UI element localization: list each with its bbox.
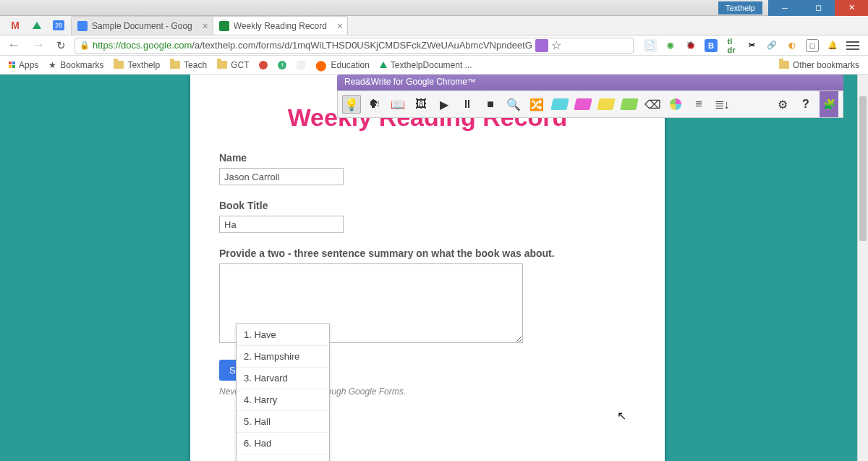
highlight-yellow-icon[interactable] xyxy=(597,95,616,114)
lock-icon: 🔒 xyxy=(80,41,90,50)
folder-icon xyxy=(114,61,124,69)
collect-highlights-icon[interactable] xyxy=(666,95,685,114)
clear-highlights-icon[interactable]: ⌫ xyxy=(643,95,662,114)
extension-icon[interactable]: 🔗 xyxy=(765,39,778,52)
readwrite-url-icon xyxy=(535,39,548,52)
window-title-bar: Texthelp ─ ◻ ✕ xyxy=(0,0,868,16)
name-input[interactable] xyxy=(219,168,344,185)
bookmark-icon: t xyxy=(278,61,286,69)
docs-icon xyxy=(77,21,88,31)
window-maximize-button[interactable]: ◻ xyxy=(801,0,835,16)
prediction-item[interactable]: 4. Harry xyxy=(237,389,329,411)
name-label: Name xyxy=(219,152,636,164)
education-bookmark[interactable]: ⬤Education xyxy=(315,59,369,71)
pause-icon[interactable]: ⏸ xyxy=(458,95,477,114)
play-icon[interactable]: ▶ xyxy=(435,95,454,114)
vertical-scrollbar[interactable] xyxy=(857,75,868,461)
extension-icon[interactable]: ◐ xyxy=(786,39,799,52)
reload-button[interactable]: ↻ xyxy=(54,39,69,52)
prediction-item[interactable]: 7. Half xyxy=(237,454,329,461)
bookmarks-folder[interactable]: ★ Bookmarks xyxy=(48,60,103,70)
readwrite-toolbar: Read&Write for Google Chrome™ 💡 🗣 📖 🖼 ▶ … xyxy=(337,75,843,118)
dictionary-icon[interactable]: 📖 xyxy=(388,95,407,114)
gmail-pinned-tab[interactable]: M xyxy=(6,16,25,35)
calendar-pinned-tab[interactable]: 28 xyxy=(49,16,68,35)
bookmark-star-icon[interactable]: ☆ xyxy=(551,38,561,52)
readwrite-handle-icon[interactable]: 🧩 xyxy=(820,91,838,117)
extensions-row: 📄 ◉ 🐞 B tldr ✂ 🔗 ◐ □ 🔔 xyxy=(639,39,864,52)
picture-dictionary-icon[interactable]: 🖼 xyxy=(412,95,430,114)
book-title-input[interactable] xyxy=(219,216,344,233)
bookmark-icon xyxy=(297,61,305,69)
other-bookmarks-folder[interactable]: Other bookmarks xyxy=(779,60,859,70)
scroll-thumb[interactable] xyxy=(859,96,867,241)
extension-icon[interactable]: B xyxy=(705,39,718,52)
extension-icon[interactable]: ✂ xyxy=(745,39,758,52)
app-label: Texthelp xyxy=(718,1,762,14)
url-host: https://docs.google.com xyxy=(93,40,192,51)
texthelp-folder[interactable]: Texthelp xyxy=(114,60,160,70)
word-prediction-dropdown: 1. Have 2. Hampshire 3. Harvard 4. Harry… xyxy=(236,323,330,461)
bookmark-icon xyxy=(259,61,268,69)
window-minimize-button[interactable]: ─ xyxy=(768,0,801,16)
folder-icon xyxy=(779,61,789,69)
highlight-magenta-icon[interactable] xyxy=(574,95,592,114)
browser-toolbar: ← → ↻ 🔒 https://docs.google.com/a/texthe… xyxy=(0,35,868,56)
drive-pinned-tab[interactable] xyxy=(27,16,46,35)
tab-close-icon[interactable]: × xyxy=(337,20,343,32)
extension-icon[interactable]: ◉ xyxy=(664,39,677,52)
vocabulary-icon[interactable]: ≡ xyxy=(689,95,708,114)
tab-label: Weekly Reading Record xyxy=(234,21,327,31)
bookmark-item[interactable]: t xyxy=(278,61,286,69)
prediction-item[interactable]: 2. Hampshire xyxy=(237,346,329,368)
texthelp-document-bookmark[interactable]: TexthelpDocument ... xyxy=(380,60,472,70)
stop-icon[interactable]: ■ xyxy=(481,95,500,114)
address-bar[interactable]: 🔒 https://docs.google.com/a/texthelp.com… xyxy=(75,38,634,54)
prediction-item[interactable]: 5. Hall xyxy=(237,411,329,433)
browser-tab-strip: M 28 Sample Document - Goog × Weekly Rea… xyxy=(0,16,868,35)
summary-label: Provide a two - three sentence summary o… xyxy=(219,248,636,259)
bookmark-item[interactable] xyxy=(259,61,268,69)
hover-speech-icon[interactable]: 🗣 xyxy=(365,95,384,114)
url-path: /a/texthelp.com/forms/d/1mqWiLTHSD0USKjC… xyxy=(192,40,532,51)
folder-icon xyxy=(217,61,227,69)
folder-icon xyxy=(170,61,180,69)
extension-icon[interactable]: tldr xyxy=(725,39,738,52)
help-icon[interactable]: ? xyxy=(796,95,815,114)
screenshot-reader-icon[interactable]: 🔍 xyxy=(504,95,523,114)
bookmarks-bar: Apps ★ Bookmarks Texthelp Teach GCT t ⬤E… xyxy=(0,56,868,75)
gct-folder[interactable]: GCT xyxy=(217,60,249,70)
tab-sample-document[interactable]: Sample Document - Goog × xyxy=(71,16,213,35)
prediction-item[interactable]: 6. Had xyxy=(237,433,329,454)
book-title-label: Book Title xyxy=(219,200,636,211)
tab-close-icon[interactable]: × xyxy=(203,20,208,32)
back-button[interactable]: ← xyxy=(4,38,23,53)
highlight-green-icon[interactable] xyxy=(620,95,639,114)
tab-label: Sample Document - Goog xyxy=(92,21,192,31)
prediction-item[interactable]: 3. Harvard xyxy=(237,368,329,389)
simplify-icon[interactable]: ≣↓ xyxy=(712,95,731,114)
chrome-menu-button[interactable] xyxy=(846,41,859,50)
extension-icon[interactable]: 📄 xyxy=(644,39,657,52)
extension-icon[interactable]: 🐞 xyxy=(684,39,697,52)
reddit-icon: ⬤ xyxy=(315,59,327,71)
readwrite-body: 💡 🗣 📖 🖼 ▶ ⏸ ■ 🔍 🔀 ⌫ ≡ ≣↓ ⚙ ? 🧩 xyxy=(337,90,843,118)
forms-icon xyxy=(219,21,229,31)
highlight-cyan-icon[interactable] xyxy=(550,95,569,114)
bookmark-item[interactable] xyxy=(297,61,305,69)
forward-button[interactable]: → xyxy=(29,38,48,53)
teach-folder[interactable]: Teach xyxy=(170,60,207,70)
notifications-icon[interactable]: 🔔 xyxy=(826,39,839,52)
prediction-icon[interactable]: 💡 xyxy=(342,95,361,114)
drive-icon xyxy=(380,62,387,68)
extension-icon[interactable]: □ xyxy=(806,39,819,52)
apps-button[interactable]: Apps xyxy=(9,60,38,70)
tab-weekly-reading-record[interactable]: Weekly Reading Record × xyxy=(213,16,348,35)
window-close-button[interactable]: ✕ xyxy=(835,0,868,16)
readwrite-title: Read&Write for Google Chrome™ xyxy=(337,75,843,90)
translator-icon[interactable]: 🔀 xyxy=(527,95,546,114)
page-viewport: Weekly Reading Record Name Book Title Pr… xyxy=(0,75,868,461)
prediction-item[interactable]: 1. Have xyxy=(237,324,329,346)
settings-icon[interactable]: ⚙ xyxy=(773,95,792,114)
